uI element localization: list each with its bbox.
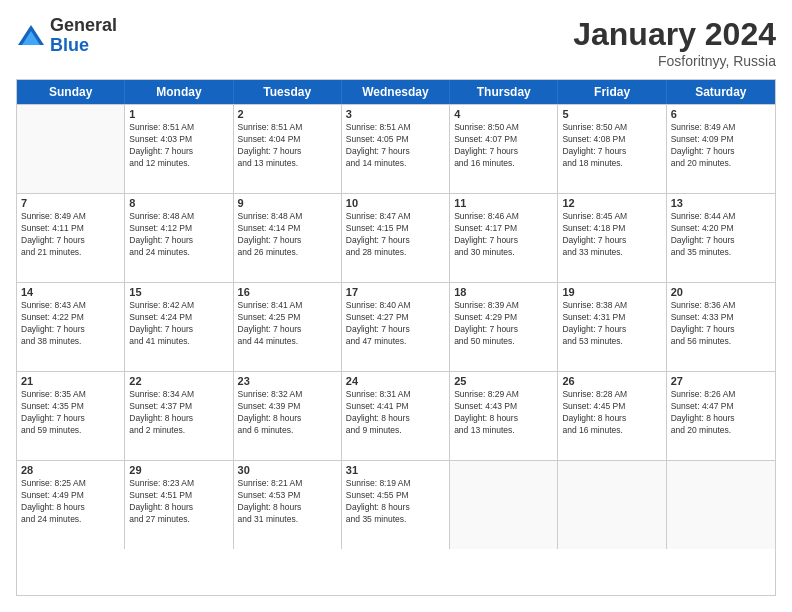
- day-info: Sunrise: 8:38 AM Sunset: 4:31 PM Dayligh…: [562, 300, 661, 348]
- day-info: Sunrise: 8:44 AM Sunset: 4:20 PM Dayligh…: [671, 211, 771, 259]
- calendar-row-2: 7Sunrise: 8:49 AM Sunset: 4:11 PM Daylig…: [17, 193, 775, 282]
- day-info: Sunrise: 8:29 AM Sunset: 4:43 PM Dayligh…: [454, 389, 553, 437]
- day-number: 11: [454, 197, 553, 209]
- day-number: 19: [562, 286, 661, 298]
- day-info: Sunrise: 8:46 AM Sunset: 4:17 PM Dayligh…: [454, 211, 553, 259]
- day-number: 23: [238, 375, 337, 387]
- calendar-cell: 23Sunrise: 8:32 AM Sunset: 4:39 PM Dayli…: [234, 372, 342, 460]
- calendar-cell: 28Sunrise: 8:25 AM Sunset: 4:49 PM Dayli…: [17, 461, 125, 549]
- day-number: 5: [562, 108, 661, 120]
- day-info: Sunrise: 8:39 AM Sunset: 4:29 PM Dayligh…: [454, 300, 553, 348]
- calendar-cell: [558, 461, 666, 549]
- day-info: Sunrise: 8:51 AM Sunset: 4:05 PM Dayligh…: [346, 122, 445, 170]
- day-number: 9: [238, 197, 337, 209]
- day-info: Sunrise: 8:41 AM Sunset: 4:25 PM Dayligh…: [238, 300, 337, 348]
- day-number: 4: [454, 108, 553, 120]
- day-info: Sunrise: 8:36 AM Sunset: 4:33 PM Dayligh…: [671, 300, 771, 348]
- day-info: Sunrise: 8:43 AM Sunset: 4:22 PM Dayligh…: [21, 300, 120, 348]
- day-info: Sunrise: 8:50 AM Sunset: 4:08 PM Dayligh…: [562, 122, 661, 170]
- day-info: Sunrise: 8:23 AM Sunset: 4:51 PM Dayligh…: [129, 478, 228, 526]
- header-day-sunday: Sunday: [17, 80, 125, 104]
- calendar-cell: 15Sunrise: 8:42 AM Sunset: 4:24 PM Dayli…: [125, 283, 233, 371]
- day-number: 3: [346, 108, 445, 120]
- day-number: 17: [346, 286, 445, 298]
- day-number: 29: [129, 464, 228, 476]
- calendar-cell: 10Sunrise: 8:47 AM Sunset: 4:15 PM Dayli…: [342, 194, 450, 282]
- calendar: SundayMondayTuesdayWednesdayThursdayFrid…: [16, 79, 776, 596]
- day-number: 25: [454, 375, 553, 387]
- calendar-cell: 12Sunrise: 8:45 AM Sunset: 4:18 PM Dayli…: [558, 194, 666, 282]
- day-info: Sunrise: 8:34 AM Sunset: 4:37 PM Dayligh…: [129, 389, 228, 437]
- calendar-cell: 1Sunrise: 8:51 AM Sunset: 4:03 PM Daylig…: [125, 105, 233, 193]
- day-number: 10: [346, 197, 445, 209]
- day-info: Sunrise: 8:50 AM Sunset: 4:07 PM Dayligh…: [454, 122, 553, 170]
- day-info: Sunrise: 8:45 AM Sunset: 4:18 PM Dayligh…: [562, 211, 661, 259]
- day-info: Sunrise: 8:28 AM Sunset: 4:45 PM Dayligh…: [562, 389, 661, 437]
- header: General Blue January 2024 Fosforitnyy, R…: [16, 16, 776, 69]
- calendar-cell: 16Sunrise: 8:41 AM Sunset: 4:25 PM Dayli…: [234, 283, 342, 371]
- header-day-saturday: Saturday: [667, 80, 775, 104]
- header-day-monday: Monday: [125, 80, 233, 104]
- calendar-cell: 8Sunrise: 8:48 AM Sunset: 4:12 PM Daylig…: [125, 194, 233, 282]
- day-number: 8: [129, 197, 228, 209]
- page: General Blue January 2024 Fosforitnyy, R…: [0, 0, 792, 612]
- logo-text: General Blue: [50, 16, 117, 56]
- calendar-cell: [450, 461, 558, 549]
- calendar-cell: 31Sunrise: 8:19 AM Sunset: 4:55 PM Dayli…: [342, 461, 450, 549]
- calendar-header: SundayMondayTuesdayWednesdayThursdayFrid…: [17, 80, 775, 104]
- day-number: 13: [671, 197, 771, 209]
- day-info: Sunrise: 8:42 AM Sunset: 4:24 PM Dayligh…: [129, 300, 228, 348]
- location: Fosforitnyy, Russia: [573, 53, 776, 69]
- header-day-friday: Friday: [558, 80, 666, 104]
- calendar-cell: 22Sunrise: 8:34 AM Sunset: 4:37 PM Dayli…: [125, 372, 233, 460]
- day-info: Sunrise: 8:49 AM Sunset: 4:09 PM Dayligh…: [671, 122, 771, 170]
- calendar-cell: 3Sunrise: 8:51 AM Sunset: 4:05 PM Daylig…: [342, 105, 450, 193]
- calendar-cell: 2Sunrise: 8:51 AM Sunset: 4:04 PM Daylig…: [234, 105, 342, 193]
- calendar-row-5: 28Sunrise: 8:25 AM Sunset: 4:49 PM Dayli…: [17, 460, 775, 549]
- header-day-thursday: Thursday: [450, 80, 558, 104]
- calendar-cell: 30Sunrise: 8:21 AM Sunset: 4:53 PM Dayli…: [234, 461, 342, 549]
- calendar-row-3: 14Sunrise: 8:43 AM Sunset: 4:22 PM Dayli…: [17, 282, 775, 371]
- day-number: 26: [562, 375, 661, 387]
- calendar-cell: 11Sunrise: 8:46 AM Sunset: 4:17 PM Dayli…: [450, 194, 558, 282]
- day-number: 20: [671, 286, 771, 298]
- day-info: Sunrise: 8:31 AM Sunset: 4:41 PM Dayligh…: [346, 389, 445, 437]
- calendar-cell: 20Sunrise: 8:36 AM Sunset: 4:33 PM Dayli…: [667, 283, 775, 371]
- day-number: 27: [671, 375, 771, 387]
- calendar-cell: 4Sunrise: 8:50 AM Sunset: 4:07 PM Daylig…: [450, 105, 558, 193]
- month-title: January 2024: [573, 16, 776, 53]
- day-number: 6: [671, 108, 771, 120]
- logo-blue: Blue: [50, 36, 117, 56]
- calendar-cell: 5Sunrise: 8:50 AM Sunset: 4:08 PM Daylig…: [558, 105, 666, 193]
- day-info: Sunrise: 8:51 AM Sunset: 4:04 PM Dayligh…: [238, 122, 337, 170]
- day-info: Sunrise: 8:35 AM Sunset: 4:35 PM Dayligh…: [21, 389, 120, 437]
- day-number: 24: [346, 375, 445, 387]
- day-info: Sunrise: 8:32 AM Sunset: 4:39 PM Dayligh…: [238, 389, 337, 437]
- day-number: 30: [238, 464, 337, 476]
- logo: General Blue: [16, 16, 117, 56]
- day-info: Sunrise: 8:49 AM Sunset: 4:11 PM Dayligh…: [21, 211, 120, 259]
- day-number: 22: [129, 375, 228, 387]
- day-number: 18: [454, 286, 553, 298]
- calendar-cell: 7Sunrise: 8:49 AM Sunset: 4:11 PM Daylig…: [17, 194, 125, 282]
- calendar-cell: 19Sunrise: 8:38 AM Sunset: 4:31 PM Dayli…: [558, 283, 666, 371]
- day-number: 16: [238, 286, 337, 298]
- calendar-cell: 26Sunrise: 8:28 AM Sunset: 4:45 PM Dayli…: [558, 372, 666, 460]
- calendar-cell: 24Sunrise: 8:31 AM Sunset: 4:41 PM Dayli…: [342, 372, 450, 460]
- calendar-cell: 14Sunrise: 8:43 AM Sunset: 4:22 PM Dayli…: [17, 283, 125, 371]
- day-number: 28: [21, 464, 120, 476]
- day-number: 2: [238, 108, 337, 120]
- calendar-cell: [667, 461, 775, 549]
- day-info: Sunrise: 8:19 AM Sunset: 4:55 PM Dayligh…: [346, 478, 445, 526]
- calendar-body: 1Sunrise: 8:51 AM Sunset: 4:03 PM Daylig…: [17, 104, 775, 549]
- calendar-cell: 9Sunrise: 8:48 AM Sunset: 4:14 PM Daylig…: [234, 194, 342, 282]
- day-number: 14: [21, 286, 120, 298]
- day-info: Sunrise: 8:48 AM Sunset: 4:14 PM Dayligh…: [238, 211, 337, 259]
- title-block: January 2024 Fosforitnyy, Russia: [573, 16, 776, 69]
- calendar-cell: 29Sunrise: 8:23 AM Sunset: 4:51 PM Dayli…: [125, 461, 233, 549]
- calendar-row-4: 21Sunrise: 8:35 AM Sunset: 4:35 PM Dayli…: [17, 371, 775, 460]
- day-number: 7: [21, 197, 120, 209]
- calendar-cell: 27Sunrise: 8:26 AM Sunset: 4:47 PM Dayli…: [667, 372, 775, 460]
- calendar-cell: 18Sunrise: 8:39 AM Sunset: 4:29 PM Dayli…: [450, 283, 558, 371]
- day-number: 12: [562, 197, 661, 209]
